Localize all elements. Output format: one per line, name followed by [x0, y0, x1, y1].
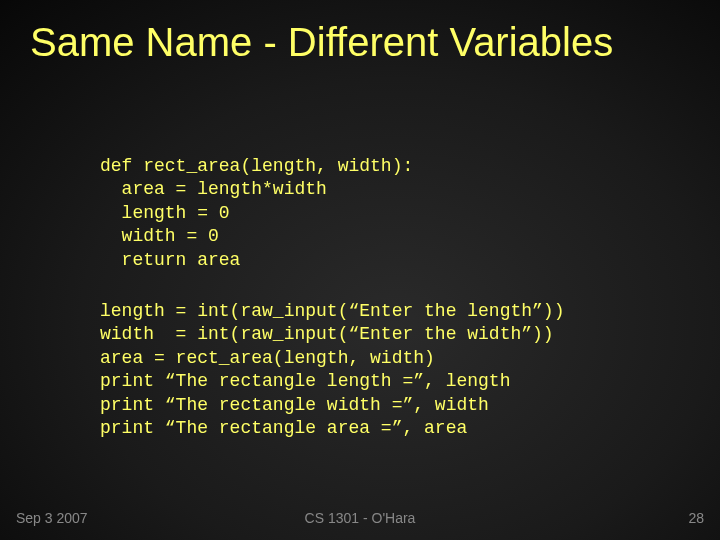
code-line: area = rect_area(length, width): [100, 348, 435, 368]
code-line: length = 0: [100, 203, 230, 223]
footer-course: CS 1301 - O'Hara: [0, 510, 720, 526]
code-block-function: def rect_area(length, width): area = len…: [100, 155, 413, 272]
code-line: width = int(raw_input(“Enter the width”)…: [100, 324, 554, 344]
code-line: length = int(raw_input(“Enter the length…: [100, 301, 564, 321]
code-block-main: length = int(raw_input(“Enter the length…: [100, 300, 564, 440]
footer-page-number: 28: [688, 510, 704, 526]
slide-title: Same Name - Different Variables: [30, 20, 700, 65]
code-line: print “The rectangle width =”, width: [100, 395, 489, 415]
code-line: def rect_area(length, width):: [100, 156, 413, 176]
code-line: area = length*width: [100, 179, 327, 199]
slide: Same Name - Different Variables def rect…: [0, 0, 720, 540]
code-line: print “The rectangle area =”, area: [100, 418, 467, 438]
code-line: width = 0: [100, 226, 219, 246]
code-line: print “The rectangle length =”, length: [100, 371, 510, 391]
code-line: return area: [100, 250, 240, 270]
